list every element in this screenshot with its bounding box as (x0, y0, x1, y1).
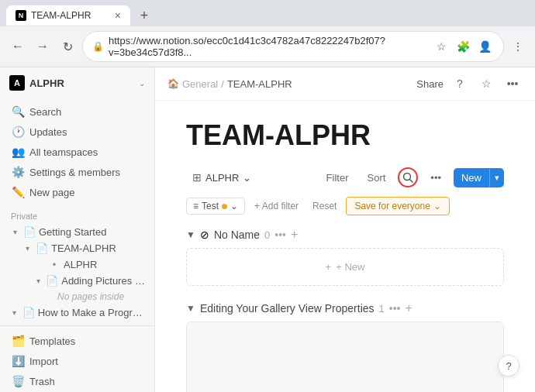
sidebar-item-trash-label: Trash (29, 376, 55, 387)
page-content: TEAM-ALPHR ⊞ ALPHR ⌄ Filter Sort ••• (155, 101, 535, 392)
active-tab[interactable]: N TEAM-ALPHR × (6, 5, 130, 26)
sidebar-item-settings[interactable]: ⚙️ Settings & members (5, 162, 150, 182)
share-button[interactable]: Share (416, 78, 444, 90)
more-button[interactable]: ⋮ (509, 37, 527, 56)
chevron-down-icon: ▾ (9, 227, 20, 238)
tab-title: TEAM-ALPHR (31, 10, 110, 21)
sidebar-item-templates[interactable]: 🗂️ Templates (5, 331, 150, 351)
page-icon: 📄 (46, 275, 58, 287)
sidebar-nav: 🔍 Search 🕐 Updates 👥 All teamspaces ⚙️ S… (0, 98, 154, 205)
group-no-name-dots-icon[interactable]: ••• (274, 229, 286, 241)
browser-chrome: N TEAM-ALPHR × + ← → ↻ 🔒 https://www.not… (0, 0, 535, 67)
breadcrumb-parent: General (182, 78, 218, 90)
sidebar-item-trash[interactable]: 🗑️ Trash (5, 371, 150, 391)
sidebar-item-updates[interactable]: 🕐 Updates (5, 122, 150, 142)
add-card-button[interactable]: + + New (186, 248, 504, 286)
sidebar-bottom: 🗂️ Templates ⬇️ Import 🗑️ Trash (0, 325, 154, 392)
help-circle-button[interactable]: ? (450, 74, 470, 94)
workspace-header[interactable]: A ALPHR ⌄ (0, 67, 154, 98)
group-editing-dots-icon[interactable]: ••• (389, 302, 401, 315)
breadcrumb-home-icon: 🏠 (167, 78, 179, 89)
db-view-button[interactable]: ⊞ ALPHR ⌄ (186, 168, 257, 187)
tree-item-getting-started: ▾ 📄 Getting Started ▾ 📄 TEAM-ALPHR (5, 224, 150, 304)
tree-item-team-alphr: ▾ 📄 TEAM-ALPHR ▸ • ALPHR (17, 240, 150, 304)
sidebar-item-import[interactable]: ⬇️ Import (5, 351, 150, 371)
page-icon: 📄 (36, 242, 48, 254)
group-no-name-label: No Name (214, 229, 260, 241)
new-record-chevron-icon[interactable]: ▾ (489, 169, 504, 187)
filter-list-icon: ≡ (193, 201, 198, 211)
grid-icon: ⊞ (192, 171, 202, 184)
sidebar-item-teamspaces[interactable]: 👥 All teamspaces (5, 142, 150, 162)
bookmark-star-button[interactable]: ☆ (476, 74, 496, 94)
page-icon: 📄 (22, 307, 35, 318)
sidebar-item-search-label: Search (29, 106, 61, 118)
sidebar-item-search[interactable]: 🔍 Search (5, 101, 150, 122)
back-button[interactable]: ← (8, 36, 28, 57)
filter-bar: ≡ Test ⌄ + Add filter Reset Save for eve… (186, 197, 504, 215)
extension-button[interactable]: 🧩 (454, 37, 472, 56)
tree-row-alphr[interactable]: ▸ • ALPHR (29, 256, 150, 273)
clock-icon: 🕐 (11, 125, 25, 139)
save-for-everyone-button[interactable]: Save for everyone ⌄ (346, 197, 449, 215)
bookmark-button[interactable]: ☆ (432, 37, 450, 56)
breadcrumb-current: TEAM-ALPHR (227, 78, 292, 90)
tab-close-button[interactable]: × (115, 10, 121, 21)
help-button[interactable]: ? (498, 355, 519, 377)
sidebar-item-new-page-label: New page (29, 187, 75, 198)
tree-row-team-alphr[interactable]: ▾ 📄 TEAM-ALPHR (17, 240, 150, 256)
group-icon-circle: ⊘ (200, 229, 209, 241)
tree-children-getting-started: ▾ 📄 TEAM-ALPHR ▸ • ALPHR (5, 240, 150, 304)
private-section-label: Private (0, 205, 154, 224)
templates-icon: 🗂️ (11, 334, 25, 348)
sidebar-item-templates-label: Templates (29, 335, 75, 347)
new-tab-button[interactable]: + (133, 5, 155, 26)
header-actions: Share ? ☆ ••• (416, 74, 523, 94)
reset-filter-button[interactable]: Reset (308, 198, 341, 214)
url-bar[interactable]: 🔒 https://www.notion.so/ecc0c1d41c3c4782… (82, 31, 504, 62)
sidebar-item-settings-label: Settings & members (29, 167, 120, 178)
filter-button[interactable]: Filter (320, 169, 355, 187)
tree-item-adding-pictures: ▾ 📄 Adding Pictures to Yo... No pages in… (29, 273, 150, 304)
page-icon: 📄 (23, 226, 36, 238)
group-no-name-add-icon[interactable]: + (291, 228, 298, 242)
group-editing-count: 1 (379, 303, 385, 315)
refresh-button[interactable]: ↻ (57, 36, 78, 57)
add-card-label: + New (336, 261, 364, 273)
chevron-down-icon: ▾ (9, 308, 19, 318)
group-no-name-count: 0 (264, 229, 270, 241)
sort-button[interactable]: Sort (361, 169, 392, 187)
db-dots-button[interactable]: ••• (424, 169, 447, 187)
forward-button[interactable]: → (33, 36, 53, 57)
group-editing-toggle-icon[interactable]: ▼ (186, 303, 195, 314)
group-toggle-icon[interactable]: ▼ (186, 229, 195, 240)
sidebar-tree: ▾ 📄 Getting Started ▾ 📄 TEAM-ALPHR (0, 224, 154, 325)
new-record-button[interactable]: New ▾ (454, 168, 504, 187)
plus-icon: + (326, 261, 332, 273)
workspace-icon: A (9, 75, 25, 91)
chevron-down-icon: ▾ (34, 276, 43, 287)
new-record-label: New (454, 168, 489, 187)
search-circle-button[interactable] (398, 167, 418, 187)
profile-button[interactable]: 👤 (475, 37, 494, 56)
add-filter-button[interactable]: + Add filter (250, 198, 303, 214)
tree-item-progress: ▾ 📄 How to Make a Progress... ▸ • Table (5, 304, 150, 325)
group-editing-label: Editing Your Gallery View Properties (200, 302, 374, 315)
workspace-name: ALPHR (29, 77, 134, 89)
gallery-card-editing[interactable]: Editing Your Gallery View Properties (186, 322, 504, 392)
tree-label-progress: How to Make a Progress... (38, 307, 145, 318)
tree-row-adding-pictures[interactable]: ▾ 📄 Adding Pictures to Yo... (29, 273, 150, 289)
svg-line-1 (410, 180, 413, 183)
group-editing-add-icon[interactable]: + (406, 301, 412, 315)
more-options-button[interactable]: ••• (502, 74, 523, 94)
group-editing: ▼ Editing Your Gallery View Properties 1… (186, 301, 504, 392)
breadcrumb-separator: / (221, 78, 224, 90)
filter-tag[interactable]: ≡ Test ⌄ (186, 198, 245, 215)
filter-tag-chevron-icon: ⌄ (230, 201, 238, 211)
tree-row-getting-started[interactable]: ▾ 📄 Getting Started (5, 224, 150, 240)
breadcrumb: 🏠 General / TEAM-ALPHR (167, 78, 292, 90)
tree-row-progress[interactable]: ▾ 📄 How to Make a Progress... (5, 304, 150, 321)
sidebar-item-new-page[interactable]: ✏️ New page (5, 182, 150, 202)
sidebar-item-teamspaces-label: All teamspaces (29, 146, 98, 158)
lock-icon: 🔒 (92, 41, 104, 52)
